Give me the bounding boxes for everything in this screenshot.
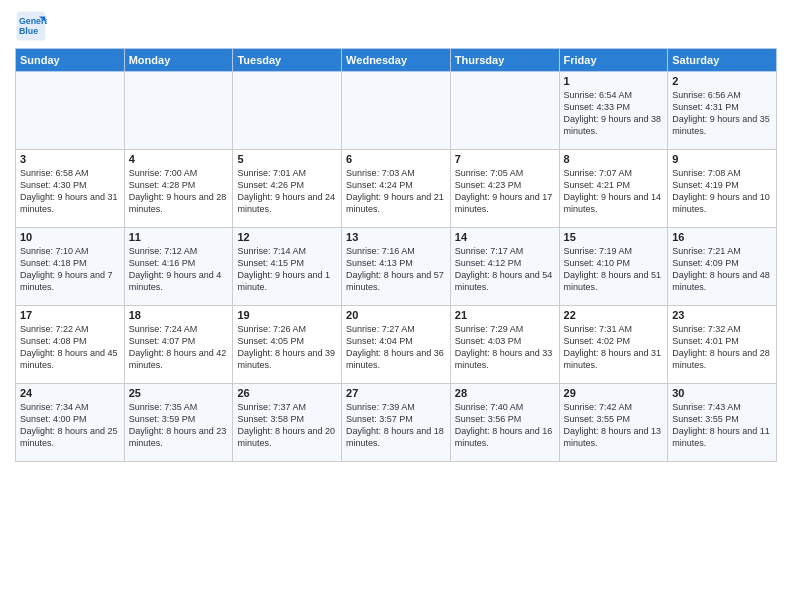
header-day-monday: Monday [124,49,233,72]
day-info: Sunrise: 7:01 AM Sunset: 4:26 PM Dayligh… [237,167,337,216]
day-number: 11 [129,231,229,243]
day-info: Sunrise: 7:10 AM Sunset: 4:18 PM Dayligh… [20,245,120,294]
day-number: 14 [455,231,555,243]
day-cell [124,72,233,150]
day-cell: 4Sunrise: 7:00 AM Sunset: 4:28 PM Daylig… [124,150,233,228]
day-info: Sunrise: 7:37 AM Sunset: 3:58 PM Dayligh… [237,401,337,450]
day-cell: 28Sunrise: 7:40 AM Sunset: 3:56 PM Dayli… [450,384,559,462]
day-number: 3 [20,153,120,165]
day-info: Sunrise: 7:12 AM Sunset: 4:16 PM Dayligh… [129,245,229,294]
day-number: 2 [672,75,772,87]
day-number: 16 [672,231,772,243]
header-day-wednesday: Wednesday [342,49,451,72]
logo: General Blue [15,10,51,42]
day-cell: 12Sunrise: 7:14 AM Sunset: 4:15 PM Dayli… [233,228,342,306]
day-info: Sunrise: 7:19 AM Sunset: 4:10 PM Dayligh… [564,245,664,294]
day-cell: 23Sunrise: 7:32 AM Sunset: 4:01 PM Dayli… [668,306,777,384]
day-cell: 22Sunrise: 7:31 AM Sunset: 4:02 PM Dayli… [559,306,668,384]
header-day-saturday: Saturday [668,49,777,72]
header-row: SundayMondayTuesdayWednesdayThursdayFrid… [16,49,777,72]
header-day-tuesday: Tuesday [233,49,342,72]
day-number: 12 [237,231,337,243]
day-cell: 25Sunrise: 7:35 AM Sunset: 3:59 PM Dayli… [124,384,233,462]
day-info: Sunrise: 7:42 AM Sunset: 3:55 PM Dayligh… [564,401,664,450]
day-cell: 19Sunrise: 7:26 AM Sunset: 4:05 PM Dayli… [233,306,342,384]
header: General Blue [15,10,777,42]
day-number: 28 [455,387,555,399]
day-number: 26 [237,387,337,399]
day-info: Sunrise: 7:21 AM Sunset: 4:09 PM Dayligh… [672,245,772,294]
header-day-friday: Friday [559,49,668,72]
day-cell: 6Sunrise: 7:03 AM Sunset: 4:24 PM Daylig… [342,150,451,228]
day-info: Sunrise: 7:43 AM Sunset: 3:55 PM Dayligh… [672,401,772,450]
week-row-4: 17Sunrise: 7:22 AM Sunset: 4:08 PM Dayli… [16,306,777,384]
day-info: Sunrise: 7:24 AM Sunset: 4:07 PM Dayligh… [129,323,229,372]
day-info: Sunrise: 7:39 AM Sunset: 3:57 PM Dayligh… [346,401,446,450]
day-cell: 8Sunrise: 7:07 AM Sunset: 4:21 PM Daylig… [559,150,668,228]
day-info: Sunrise: 7:08 AM Sunset: 4:19 PM Dayligh… [672,167,772,216]
day-info: Sunrise: 7:05 AM Sunset: 4:23 PM Dayligh… [455,167,555,216]
day-number: 8 [564,153,664,165]
day-number: 29 [564,387,664,399]
day-cell [233,72,342,150]
day-number: 7 [455,153,555,165]
day-cell: 16Sunrise: 7:21 AM Sunset: 4:09 PM Dayli… [668,228,777,306]
day-cell: 21Sunrise: 7:29 AM Sunset: 4:03 PM Dayli… [450,306,559,384]
day-info: Sunrise: 7:31 AM Sunset: 4:02 PM Dayligh… [564,323,664,372]
day-info: Sunrise: 7:07 AM Sunset: 4:21 PM Dayligh… [564,167,664,216]
day-cell: 13Sunrise: 7:16 AM Sunset: 4:13 PM Dayli… [342,228,451,306]
day-cell: 11Sunrise: 7:12 AM Sunset: 4:16 PM Dayli… [124,228,233,306]
day-cell: 17Sunrise: 7:22 AM Sunset: 4:08 PM Dayli… [16,306,125,384]
day-info: Sunrise: 7:22 AM Sunset: 4:08 PM Dayligh… [20,323,120,372]
day-number: 24 [20,387,120,399]
logo-icon: General Blue [15,10,47,42]
day-info: Sunrise: 6:58 AM Sunset: 4:30 PM Dayligh… [20,167,120,216]
day-cell [450,72,559,150]
day-cell: 5Sunrise: 7:01 AM Sunset: 4:26 PM Daylig… [233,150,342,228]
week-row-5: 24Sunrise: 7:34 AM Sunset: 4:00 PM Dayli… [16,384,777,462]
day-info: Sunrise: 6:54 AM Sunset: 4:33 PM Dayligh… [564,89,664,138]
day-number: 1 [564,75,664,87]
day-number: 27 [346,387,446,399]
day-number: 13 [346,231,446,243]
day-info: Sunrise: 7:16 AM Sunset: 4:13 PM Dayligh… [346,245,446,294]
day-info: Sunrise: 6:56 AM Sunset: 4:31 PM Dayligh… [672,89,772,138]
day-number: 18 [129,309,229,321]
day-cell: 20Sunrise: 7:27 AM Sunset: 4:04 PM Dayli… [342,306,451,384]
day-number: 6 [346,153,446,165]
day-cell: 30Sunrise: 7:43 AM Sunset: 3:55 PM Dayli… [668,384,777,462]
day-info: Sunrise: 7:00 AM Sunset: 4:28 PM Dayligh… [129,167,229,216]
day-cell: 15Sunrise: 7:19 AM Sunset: 4:10 PM Dayli… [559,228,668,306]
day-cell [342,72,451,150]
day-number: 19 [237,309,337,321]
day-number: 9 [672,153,772,165]
day-info: Sunrise: 7:27 AM Sunset: 4:04 PM Dayligh… [346,323,446,372]
day-number: 21 [455,309,555,321]
day-info: Sunrise: 7:35 AM Sunset: 3:59 PM Dayligh… [129,401,229,450]
day-info: Sunrise: 7:03 AM Sunset: 4:24 PM Dayligh… [346,167,446,216]
week-row-3: 10Sunrise: 7:10 AM Sunset: 4:18 PM Dayli… [16,228,777,306]
week-row-2: 3Sunrise: 6:58 AM Sunset: 4:30 PM Daylig… [16,150,777,228]
page: General Blue SundayMondayTuesdayWednesda… [0,0,792,612]
header-day-sunday: Sunday [16,49,125,72]
day-cell: 1Sunrise: 6:54 AM Sunset: 4:33 PM Daylig… [559,72,668,150]
day-cell: 18Sunrise: 7:24 AM Sunset: 4:07 PM Dayli… [124,306,233,384]
day-number: 30 [672,387,772,399]
day-cell: 24Sunrise: 7:34 AM Sunset: 4:00 PM Dayli… [16,384,125,462]
day-cell: 26Sunrise: 7:37 AM Sunset: 3:58 PM Dayli… [233,384,342,462]
day-number: 15 [564,231,664,243]
day-info: Sunrise: 7:14 AM Sunset: 4:15 PM Dayligh… [237,245,337,294]
day-info: Sunrise: 7:40 AM Sunset: 3:56 PM Dayligh… [455,401,555,450]
calendar-table: SundayMondayTuesdayWednesdayThursdayFrid… [15,48,777,462]
svg-text:Blue: Blue [19,26,38,36]
week-row-1: 1Sunrise: 6:54 AM Sunset: 4:33 PM Daylig… [16,72,777,150]
day-info: Sunrise: 7:32 AM Sunset: 4:01 PM Dayligh… [672,323,772,372]
day-cell: 29Sunrise: 7:42 AM Sunset: 3:55 PM Dayli… [559,384,668,462]
day-number: 10 [20,231,120,243]
day-number: 5 [237,153,337,165]
day-cell [16,72,125,150]
day-number: 22 [564,309,664,321]
day-cell: 7Sunrise: 7:05 AM Sunset: 4:23 PM Daylig… [450,150,559,228]
day-number: 25 [129,387,229,399]
day-number: 20 [346,309,446,321]
